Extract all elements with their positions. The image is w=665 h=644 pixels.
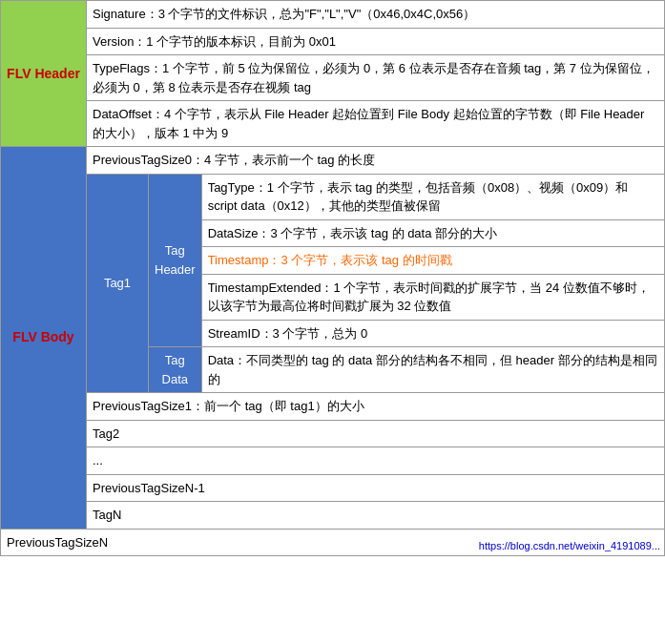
previous-tag-sizen-1-row: PreviousTagSizeN-1 (1, 474, 665, 502)
tagn-row: TagN (1, 502, 665, 530)
version-text: Version：1 个字节的版本标识，目前为 0x01 (93, 34, 336, 49)
tag2-label: Tag2 (93, 426, 119, 441)
ellipsis-cell: ... (87, 447, 665, 475)
timestampextended-cell: TimestampExtended：1 个字节，表示时间戳的扩展字节，当 24 … (201, 274, 664, 320)
tag2-cell: Tag2 (87, 420, 665, 447)
previous-tag-sizen-text: PreviousTagSizeN (7, 535, 108, 550)
ellipsis-text: ... (93, 453, 103, 467)
previous-tag-sizen-row: PreviousTagSizeN https://blog.csdn.net/w… (1, 529, 665, 556)
tag-data-label: TagData (162, 353, 188, 386)
tagtype-text: TagType：1 个字节，表示 tag 的类型，包括音频（0x08）、视频（0… (208, 180, 629, 214)
previous-tag-size0-text: PreviousTagSize0：4 字节，表示前一个 tag 的长度 (93, 153, 375, 167)
streamid-cell: StreamID：3 个字节，总为 0 (201, 320, 664, 347)
tag1-cell: Tag1 (87, 174, 149, 393)
dataoffset-text: DataOffset：4 个字节，表示从 File Header 起始位置到 F… (93, 107, 644, 140)
tagn-label: TagN (93, 508, 121, 522)
signature-text: Signature：3 个字节的文件标识，总为"F","L","V"（0x46,… (93, 7, 475, 21)
previous-tag-size1-row: PreviousTagSize1：前一个 tag（即 tag1）的大小 (1, 393, 665, 421)
datasize-text: DataSize：3 个字节，表示该 tag 的 data 部分的大小 (208, 226, 497, 240)
timestamp-text: Timestamp：3 个字节，表示该 tag 的时间戳 (208, 253, 452, 267)
flv-header-label: FLV Header (7, 66, 80, 81)
version-row: Version：1 个字节的版本标识，目前为 0x01 (1, 28, 665, 55)
ellipsis-row: ... (1, 447, 665, 475)
signature-row: FLV Header Signature：3 个字节的文件标识，总为"F","L… (1, 1, 665, 29)
tag-header-label: TagHeader (155, 243, 196, 277)
previous-tag-size0-row: FLV Body PreviousTagSize0：4 字节，表示前一个 tag… (1, 147, 665, 175)
timestampextended-text: TimestampExtended：1 个字节，表示时间戳的扩展字节，当 24 … (208, 280, 650, 314)
watermark: https://blog.csdn.net/weixin_4191089... (479, 538, 660, 554)
typeflags-row: TypeFlags：1 个字节，前 5 位为保留位，必须为 0，第 6 位表示是… (1, 55, 665, 101)
tag1-label: Tag1 (104, 276, 131, 290)
flv-body-cell: FLV Body (1, 147, 87, 530)
signature-cell: Signature：3 个字节的文件标识，总为"F","L","V"（0x46,… (87, 1, 665, 29)
dataoffset-row: DataOffset：4 个字节，表示从 File Header 起始位置到 F… (1, 101, 665, 147)
datasize-cell: DataSize：3 个字节，表示该 tag 的 data 部分的大小 (201, 219, 664, 247)
tagn-cell: TagN (87, 502, 665, 530)
typeflags-text: TypeFlags：1 个字节，前 5 位为保留位，必须为 0，第 6 位表示是… (93, 61, 655, 94)
streamid-text: StreamID：3 个字节，总为 0 (208, 326, 368, 341)
timestamp-cell: Timestamp：3 个字节，表示该 tag 的时间戳 (201, 247, 664, 275)
flv-structure-table: FLV Header Signature：3 个字节的文件标识，总为"F","L… (0, 0, 665, 556)
version-cell: Version：1 个字节的版本标识，目前为 0x01 (87, 28, 665, 55)
previous-tag-size1-text: PreviousTagSize1：前一个 tag（即 tag1）的大小 (93, 399, 364, 413)
tag2-row: Tag2 (1, 420, 665, 447)
dataoffset-cell: DataOffset：4 个字节，表示从 File Header 起始位置到 F… (87, 101, 665, 147)
previous-tag-sizen-cell: PreviousTagSizeN https://blog.csdn.net/w… (1, 529, 665, 556)
previous-tag-size1-cell: PreviousTagSize1：前一个 tag（即 tag1）的大小 (87, 393, 665, 421)
typeflags-cell: TypeFlags：1 个字节，前 5 位为保留位，必须为 0，第 6 位表示是… (87, 55, 665, 101)
tag-data-content-cell: Data：不同类型的 tag 的 data 部分的结构各不相同，但 header… (201, 347, 664, 393)
tagtype-cell: TagType：1 个字节，表示 tag 的类型，包括音频（0x08）、视频（0… (201, 174, 664, 219)
tagtype-row: Tag1 TagHeader TagType：1 个字节，表示 tag 的类型，… (1, 174, 665, 219)
previous-tag-sizen-1-cell: PreviousTagSizeN-1 (87, 474, 665, 502)
previous-tag-size0-cell: PreviousTagSize0：4 字节，表示前一个 tag 的长度 (87, 147, 665, 175)
tag-data-label-cell: TagData (149, 347, 202, 393)
previous-tag-sizen-1-text: PreviousTagSizeN-1 (93, 481, 205, 495)
flv-header-cell: FLV Header (1, 1, 87, 147)
tag-data-text: Data：不同类型的 tag 的 data 部分的结构各不相同，但 header… (208, 353, 657, 386)
flv-body-label: FLV Body (12, 329, 73, 344)
tag-header-label-cell: TagHeader (149, 174, 202, 347)
